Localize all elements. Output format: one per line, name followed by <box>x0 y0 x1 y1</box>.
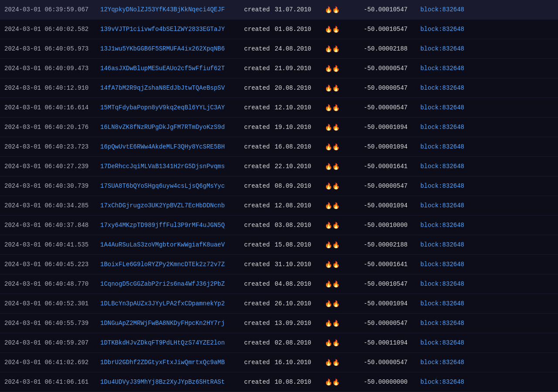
table-row: 2024-03-01 06:41:02.692 1DbrU2GDhf2ZDGty… <box>0 353 558 372</box>
action-label: created <box>244 320 275 327</box>
transaction-hash[interactable]: 146asJXDwBlupMESuEAUo2cf5wFfiuf62T <box>100 65 244 72</box>
block-ref[interactable]: block:832648 <box>412 182 469 189</box>
block-ref[interactable]: block:832648 <box>412 124 469 131</box>
block-ref[interactable]: block:832648 <box>412 300 469 307</box>
timestamp: 2024-03-01 06:40:45.223 <box>0 261 100 268</box>
action-label: created <box>244 124 275 131</box>
block-ref[interactable]: block:832648 <box>412 280 469 287</box>
fire-icons: 🔥🔥 <box>325 241 349 249</box>
block-ref[interactable]: block:832648 <box>412 45 469 52</box>
block-ref[interactable]: block:832648 <box>412 84 469 91</box>
amount: -50.00000547 <box>349 359 412 366</box>
action-label: created <box>244 104 275 111</box>
timestamp: 2024-03-01 06:40:23.723 <box>0 143 100 150</box>
action-label: created <box>244 222 275 229</box>
table-row: 2024-03-01 06:40:12.910 14fA7bM2R9qjZsha… <box>0 78 558 98</box>
transaction-hash[interactable]: 17xy64MKzpTD989jffFul3P9rMF4uJGN5Q <box>100 222 244 229</box>
block-ref[interactable]: block:832648 <box>412 26 469 33</box>
transaction-hash[interactable]: 139vVJTP1ciivwfo4bSElZWY2833EGTaJY <box>100 26 244 33</box>
action-label: created <box>244 84 275 91</box>
fire-icons: 🔥🔥 <box>325 26 349 33</box>
transaction-hash[interactable]: 1Du4UDVyJ39MhYj8Bz2XyJYpBz6SHtRASt <box>100 378 244 385</box>
transaction-hash[interactable]: 15MTqFdybaPopn8yV9kq2eqBl6YYLjC3AY <box>100 104 244 111</box>
block-ref[interactable]: block:832648 <box>412 261 469 268</box>
transaction-hash[interactable]: 1DTKBkdHJvZDkqFT9PdLHtQzS74YZE2lon <box>100 339 244 346</box>
timestamp: 2024-03-01 06:41:06.161 <box>0 378 100 385</box>
timestamp: 2024-03-01 06:40:16.614 <box>0 104 100 111</box>
creation-date: 20.08.2010 <box>275 84 325 91</box>
block-ref[interactable]: block:832648 <box>412 378 469 385</box>
timestamp: 2024-03-01 06:40:34.285 <box>0 202 100 209</box>
table-row: 2024-03-01 06:40:41.535 1A4AuRSuLaS3zoVM… <box>0 235 558 255</box>
block-ref[interactable]: block:832648 <box>412 6 469 13</box>
block-ref[interactable]: block:832648 <box>412 163 469 170</box>
transaction-hash[interactable]: 16pQwUvtE6RWw4AkdeMLF3QHy8YcSRE5BH <box>100 143 244 150</box>
block-ref[interactable]: block:832648 <box>412 104 469 111</box>
table-row: 2024-03-01 06:40:52.301 1DLBcYn3pAUZx3JY… <box>0 294 558 314</box>
fire-icons: 🔥🔥 <box>325 182 349 190</box>
transactions-table: 2024-03-01 06:39:59.067 12YqpkyDNolZJ53Y… <box>0 0 558 392</box>
transaction-hash[interactable]: 1BoixFLe6G9loRYZPy2KmncDTEk2z72v7Z <box>100 261 244 268</box>
timestamp: 2024-03-01 06:40:05.973 <box>0 45 100 52</box>
transaction-hash[interactable]: 1DNGuApZ2MRWjFwBA8NKDyFHpcKn2HY7rj <box>100 320 244 327</box>
transaction-hash[interactable]: 16LN8vZK8fNzRUPgDkJgFM7RTmDyoKzS9d <box>100 124 244 131</box>
table-row: 2024-03-01 06:40:34.285 17xChDGjrugzo3UK… <box>0 196 558 216</box>
creation-date: 22.10.2010 <box>275 163 325 170</box>
transaction-hash[interactable]: 17SUA8T6bQYoSHgq6uyw4csLjsQ6gMsYyc <box>100 182 244 189</box>
timestamp: 2024-03-01 06:40:12.910 <box>0 84 100 91</box>
action-label: created <box>244 300 275 307</box>
creation-date: 26.10.2010 <box>275 300 325 307</box>
timestamp: 2024-03-01 06:39:59.067 <box>0 6 100 13</box>
amount: -50.00001641 <box>349 163 412 170</box>
fire-icons: 🔥🔥 <box>325 261 349 268</box>
action-label: created <box>244 65 275 72</box>
transaction-hash[interactable]: 12YqpkyDNolZJ53YfK43BjKkNqeci4QEJF <box>100 6 244 13</box>
creation-date: 19.10.2010 <box>275 124 325 131</box>
timestamp: 2024-03-01 06:40:59.207 <box>0 339 100 346</box>
amount: -50.00002188 <box>349 241 412 248</box>
fire-icons: 🔥🔥 <box>325 359 349 366</box>
block-ref[interactable]: block:832648 <box>412 222 469 229</box>
amount: -50.00001094 <box>349 143 412 150</box>
creation-date: 12.08.2010 <box>275 202 325 209</box>
action-label: created <box>244 378 275 385</box>
amount: -50.00001641 <box>349 261 412 268</box>
fire-icons: 🔥🔥 <box>325 124 349 131</box>
block-ref[interactable]: block:832648 <box>412 359 469 366</box>
transaction-hash[interactable]: 1CqnogD5cGGZabP2ri2s6na4WfJ36j2PbZ <box>100 280 244 287</box>
transaction-hash[interactable]: 1DLBcYn3pAUZx3JYyLPA2fxCDpamnekYp2 <box>100 300 244 307</box>
amount: -50.00010000 <box>349 222 412 229</box>
creation-date: 02.08.2010 <box>275 339 325 346</box>
fire-icons: 🔥🔥 <box>325 320 349 327</box>
action-label: created <box>244 45 275 52</box>
table-row: 2024-03-01 06:41:06.161 1Du4UDVyJ39MhYj8… <box>0 372 558 392</box>
action-label: created <box>244 182 275 189</box>
table-row: 2024-03-01 06:40:45.223 1BoixFLe6G9loRYZ… <box>0 255 558 274</box>
action-label: created <box>244 241 275 248</box>
transaction-hash[interactable]: 13J1wu5YKbGGB6F5SRMUFA4ix262XpqNB6 <box>100 45 244 52</box>
timestamp: 2024-03-01 06:40:55.739 <box>0 320 100 327</box>
transaction-hash[interactable]: 17xChDGjrugzo3UK2YpBVZL7EcHbDDNcnb <box>100 202 244 209</box>
fire-icons: 🔥🔥 <box>325 280 349 288</box>
timestamp: 2024-03-01 06:40:09.473 <box>0 65 100 72</box>
creation-date: 03.08.2010 <box>275 222 325 229</box>
block-ref[interactable]: block:832648 <box>412 339 469 346</box>
creation-date: 12.10.2010 <box>275 104 325 111</box>
transaction-hash[interactable]: 1A4AuRSuLaS3zoVMgbtorKwWgiafK8uaeV <box>100 241 244 248</box>
creation-date: 10.08.2010 <box>275 378 325 385</box>
amount: -50.00010547 <box>349 26 412 33</box>
creation-date: 15.08.2010 <box>275 241 325 248</box>
block-ref[interactable]: block:832648 <box>412 143 469 150</box>
transaction-hash[interactable]: 14fA7bM2R9qjZshaN8EdJbJtwTQAeBspSV <box>100 84 244 91</box>
transaction-hash[interactable]: 17DeRhccJqiMLVaB1341H2rG5DjsnPvqms <box>100 163 244 170</box>
block-ref[interactable]: block:832648 <box>412 202 469 209</box>
timestamp: 2024-03-01 06:40:02.582 <box>0 26 100 33</box>
block-ref[interactable]: block:832648 <box>412 320 469 327</box>
transaction-hash[interactable]: 1DbrU2GDhf2ZDGtyxFtxJiwQmrtxQc9aMB <box>100 359 244 366</box>
amount: -50.00011094 <box>349 339 412 346</box>
timestamp: 2024-03-01 06:40:27.239 <box>0 163 100 170</box>
creation-date: 31.07.2010 <box>275 6 325 13</box>
block-ref[interactable]: block:832648 <box>412 241 469 248</box>
block-ref[interactable]: block:832648 <box>412 65 469 72</box>
fire-icons: 🔥🔥 <box>325 84 349 92</box>
